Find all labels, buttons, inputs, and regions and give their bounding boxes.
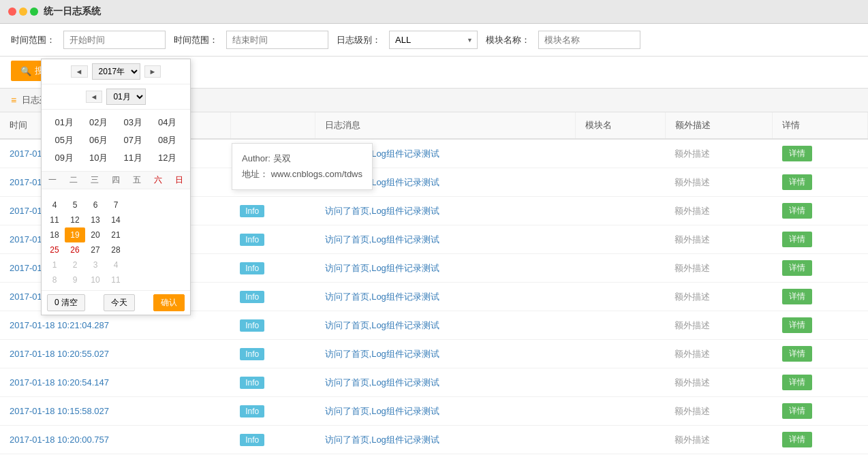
cal-prev-month[interactable]: ◄ bbox=[86, 91, 103, 103]
cal-day-28[interactable]: 28 bbox=[106, 242, 126, 257]
log-link[interactable]: 访问了首页,Log组件记录测试 bbox=[325, 291, 439, 302]
cal-day-next-8[interactable]: 8 bbox=[44, 272, 65, 287]
cal-day-prev-29[interactable] bbox=[65, 192, 85, 198]
cell-detail[interactable]: 详情 bbox=[773, 340, 868, 368]
cal-day-next-4[interactable]: 4 bbox=[106, 257, 126, 272]
cell-message[interactable]: 访问了首页,Log组件记录测试 bbox=[315, 283, 575, 311]
cal-day-next-9[interactable]: 9 bbox=[65, 272, 85, 287]
log-level-select[interactable]: ALL Info Warn Error Debug bbox=[389, 31, 478, 49]
cal-day-25[interactable]: 25 bbox=[44, 242, 65, 257]
cal-day-8[interactable] bbox=[126, 198, 146, 212]
cell-detail[interactable]: 详情 bbox=[773, 168, 868, 197]
cal-day-prev-31[interactable] bbox=[106, 192, 126, 198]
cal-day-next-5[interactable] bbox=[126, 257, 146, 272]
start-time-input[interactable] bbox=[63, 31, 166, 49]
cal-day-sun-2[interactable] bbox=[167, 212, 187, 227]
cell-message[interactable]: 访问了首页,Log组件记录测试 bbox=[315, 454, 575, 458]
cal-day-6[interactable]: 6 bbox=[85, 198, 106, 212]
cal-day-3[interactable] bbox=[167, 192, 187, 198]
cal-confirm-btn[interactable]: 确认 bbox=[153, 294, 185, 311]
cell-message[interactable]: 访问了首页,Log组件记录测试 bbox=[315, 311, 575, 340]
cell-detail[interactable]: 详情 bbox=[773, 197, 868, 225]
cal-day-sun-1[interactable] bbox=[167, 198, 187, 212]
cal-day-next-6[interactable] bbox=[146, 257, 167, 272]
cal-day-18[interactable]: 18 bbox=[44, 227, 65, 242]
cal-day-next-11[interactable]: 11 bbox=[106, 272, 126, 287]
cal-month-10[interactable]: 10月 bbox=[82, 149, 117, 167]
cal-day-sat-1[interactable] bbox=[146, 198, 167, 212]
cell-message[interactable]: 访问了首页,Log组件记录测试 bbox=[315, 225, 575, 254]
detail-button[interactable]: 详情 bbox=[782, 317, 812, 333]
cal-day-26[interactable]: 26 bbox=[65, 242, 85, 257]
cal-next-year[interactable]: ► bbox=[144, 65, 161, 78]
cal-day-prev-28[interactable] bbox=[44, 192, 65, 198]
cal-month-08[interactable]: 08月 bbox=[151, 131, 185, 149]
cell-message[interactable]: 访问了首页,Log组件记录测试 bbox=[315, 426, 575, 454]
cal-day-next-10[interactable]: 10 bbox=[85, 272, 106, 287]
end-time-input[interactable] bbox=[226, 31, 328, 49]
cal-day-4[interactable]: 4 bbox=[44, 198, 65, 212]
cal-day-14[interactable]: 14 bbox=[106, 212, 126, 227]
log-link[interactable]: 访问了首页,Log组件记录测试 bbox=[325, 349, 439, 359]
cal-month-09[interactable]: 09月 bbox=[47, 149, 82, 167]
cal-day-15[interactable] bbox=[126, 212, 146, 227]
cell-message[interactable]: 访问了首页,Log组件记录测试 bbox=[315, 397, 575, 426]
detail-button[interactable]: 详情 bbox=[782, 260, 812, 276]
cal-day-sat-4[interactable] bbox=[146, 242, 167, 257]
cal-month-11[interactable]: 11月 bbox=[116, 149, 151, 167]
cal-month-05[interactable]: 05月 bbox=[47, 131, 82, 149]
cell-detail[interactable]: 详情 bbox=[773, 225, 868, 254]
cal-month-select[interactable]: 01月 bbox=[106, 89, 146, 105]
detail-button[interactable]: 详情 bbox=[782, 289, 812, 304]
cal-day-11[interactable]: 11 bbox=[44, 212, 65, 227]
cell-detail[interactable]: 详情 bbox=[773, 368, 868, 397]
cal-day-29[interactable] bbox=[126, 242, 146, 257]
cell-detail[interactable]: 详情 bbox=[773, 254, 868, 283]
log-link[interactable]: 访问了首页,Log组件记录测试 bbox=[325, 320, 439, 330]
cell-detail[interactable]: 详情 bbox=[773, 139, 868, 168]
log-link[interactable]: 访问了首页,Log组件记录测试 bbox=[325, 435, 439, 445]
cal-day-next-2[interactable]: 2 bbox=[65, 257, 85, 272]
detail-button[interactable]: 详情 bbox=[782, 375, 812, 390]
cal-month-07[interactable]: 07月 bbox=[116, 131, 151, 149]
log-link[interactable]: 访问了首页,Log组件记录测试 bbox=[325, 263, 439, 273]
cal-day-1[interactable] bbox=[126, 192, 146, 198]
log-link[interactable]: 访问了首页,Log组件记录测试 bbox=[325, 377, 439, 388]
cal-day-20[interactable]: 20 bbox=[85, 227, 106, 242]
cal-day-2[interactable] bbox=[146, 192, 167, 198]
detail-button[interactable]: 详情 bbox=[782, 232, 812, 247]
cal-day-sun-3[interactable] bbox=[167, 227, 187, 242]
cell-detail[interactable]: 详情 bbox=[773, 311, 868, 340]
cell-message[interactable]: 访问了首页,Log组件记录测试 bbox=[315, 340, 575, 368]
cal-today-btn[interactable]: 今天 bbox=[104, 294, 135, 311]
cell-detail[interactable]: 详情 bbox=[773, 397, 868, 426]
cal-day-5[interactable]: 5 bbox=[65, 198, 85, 212]
detail-button[interactable]: 详情 bbox=[782, 432, 812, 447]
detail-button[interactable]: 详情 bbox=[782, 203, 812, 219]
log-link[interactable]: 访问了首页,Log组件记录测试 bbox=[325, 206, 439, 216]
module-input[interactable] bbox=[538, 31, 640, 49]
cal-clear-btn[interactable]: 0 清空 bbox=[47, 294, 85, 311]
cal-month-06[interactable]: 06月 bbox=[82, 131, 117, 149]
detail-button[interactable]: 详情 bbox=[782, 346, 812, 362]
log-link[interactable]: 访问了首页,Log组件记录测试 bbox=[325, 406, 439, 416]
cal-day-next-7[interactable] bbox=[167, 257, 187, 272]
cal-day-13[interactable]: 13 bbox=[85, 212, 106, 227]
cal-day-sat-3[interactable] bbox=[146, 227, 167, 242]
cell-detail[interactable]: 详情 bbox=[773, 426, 868, 454]
cal-day-27[interactable]: 27 bbox=[85, 242, 106, 257]
cal-month-01[interactable]: 01月 bbox=[47, 114, 82, 131]
cell-message[interactable]: 访问了首页,Log组件记录测试 bbox=[315, 254, 575, 283]
cal-month-12[interactable]: 12月 bbox=[151, 149, 185, 167]
cal-day-next-1[interactable]: 1 bbox=[44, 257, 65, 272]
cell-message[interactable]: 访问了首页,Log组件记录测试 bbox=[315, 368, 575, 397]
cal-day-next-3[interactable]: 3 bbox=[85, 257, 106, 272]
cal-year-select[interactable]: 2017年 bbox=[92, 63, 140, 80]
cal-day-sun-4[interactable] bbox=[167, 242, 187, 257]
cal-prev-year[interactable]: ◄ bbox=[71, 65, 88, 78]
cal-day-12[interactable]: 12 bbox=[65, 212, 85, 227]
detail-button[interactable]: 详情 bbox=[782, 403, 812, 419]
cal-day-prev-30[interactable] bbox=[85, 192, 106, 198]
cal-day-7[interactable]: 7 bbox=[106, 198, 126, 212]
cell-detail[interactable]: 详情 bbox=[773, 283, 868, 311]
